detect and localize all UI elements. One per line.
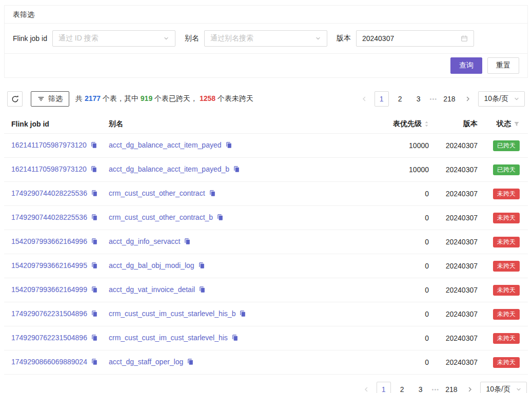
version-cell: 20240307 [433,134,482,158]
version-value: 20240307 [362,34,394,43]
column-label: Flink job id [11,120,49,128]
pagination-ellipsis[interactable]: ••• [430,91,438,107]
alias-link[interactable]: crm_cust_cust_im_cust_starlevel_his [109,334,228,342]
reset-button[interactable]: 重置 [487,57,519,74]
job-id-link[interactable]: 1542097993662164999 [11,285,87,294]
status-cell: 未跨天 [482,182,528,206]
job-id-link[interactable]: 1749290866069889024 [11,358,87,366]
crossed-count: 919 [141,94,152,102]
pagination-page-3[interactable]: 3 [411,91,426,107]
status-badge: 未跨天 [493,189,520,199]
priority-cell: 0 [356,254,433,278]
copy-icon[interactable] [91,261,98,272]
copy-icon[interactable] [91,358,98,368]
flink-job-id-placeholder: 通过 ID 搜索 [58,34,98,43]
alias-link[interactable]: acct_dg_vat_invoice_detail [109,285,195,294]
column-header-priority[interactable]: 表优先级 [356,115,433,134]
copy-icon[interactable] [91,237,98,247]
status-cell: 未跨天 [482,326,528,350]
copy-icon[interactable] [198,261,205,272]
copy-icon[interactable] [231,334,239,344]
sorter-icon[interactable] [424,120,429,128]
pagination-prev-button[interactable] [360,382,372,393]
copy-icon[interactable] [91,309,98,320]
job-id-link[interactable]: 1542097993662164996 [11,237,87,245]
job-id-link[interactable]: 1542097993662164995 [11,261,87,270]
page-size-select[interactable]: 10条/页 [480,382,527,393]
pagination-page-1[interactable]: 1 [377,382,391,393]
version-datepicker[interactable]: 20240307 [356,30,474,47]
alias-select[interactable]: 通过别名搜索 [204,30,327,47]
copy-icon[interactable] [216,213,224,223]
pagination-page-2[interactable]: 2 [395,382,409,393]
alias-link[interactable]: acct_dg_balance_acct_item_payed_b [109,165,229,173]
copy-icon[interactable] [225,141,232,151]
job-id-link[interactable]: 1621411705987973120 [11,165,87,173]
summary-text: 个表已跨天， [152,94,200,102]
pagination-prev-button[interactable] [358,91,370,107]
pagination-ellipsis[interactable]: ••• [432,382,440,393]
job-id-link[interactable]: 1749290762231504896 [11,309,87,318]
pagination-page-2[interactable]: 2 [393,91,407,107]
copy-icon[interactable] [91,334,98,344]
flink-job-id-select[interactable]: 通过 ID 搜索 [52,30,175,47]
alias-cell: acct_dg_vat_invoice_detail [105,278,356,302]
copy-icon[interactable] [90,165,97,175]
version-cell: 20240307 [433,230,482,254]
version-cell: 20240307 [433,302,482,326]
job-id-link[interactable]: 1749290744028225536 [11,213,87,221]
summary-text: 共 [75,94,85,102]
job-id-link[interactable]: 1749290762231504896 [11,334,87,342]
status-badge: 未跨天 [493,357,520,368]
alias-link[interactable]: acct_dg_staff_oper_log [109,358,183,366]
status-badge: 已跨天 [493,164,520,175]
job-id-link[interactable]: 1621411705987973120 [11,141,87,149]
query-button[interactable]: 查询 [450,57,482,74]
chevron-down-icon [516,386,522,392]
pagination-page-last[interactable]: 218 [443,382,459,393]
pagination-page-3[interactable]: 3 [413,382,428,393]
copy-icon[interactable] [91,189,98,199]
pagination-page-1[interactable]: 1 [375,91,389,107]
alias-link[interactable]: crm_cust_cust_other_contract [109,189,205,197]
pagination-next-button[interactable] [464,382,476,393]
filter-row: Flink job id 通过 ID 搜索 别名 通过别名搜索 版本 20240… [5,24,527,54]
priority-cell: 0 [356,302,433,326]
filter-item-version: 版本 20240307 [337,30,474,47]
job-id-link[interactable]: 1749290744028225536 [11,189,87,197]
toolbar: 筛选 共 2177 个表，其中 919 个表已跨天， 1258 个表未跨天 12… [4,91,528,107]
copy-icon[interactable] [233,165,240,175]
page-size-select[interactable]: 10条/页 [478,91,525,107]
status-cell: 未跨天 [482,230,528,254]
filter-toggle-button[interactable]: 筛选 [31,91,69,107]
filter-item-flink-job-id: Flink job id 通过 ID 搜索 [13,30,175,47]
copy-icon[interactable] [239,309,246,320]
alias-link[interactable]: acct_dg_bal_obj_modi_log [109,261,194,270]
alias-link[interactable]: crm_cust_cust_other_contract_b [109,213,213,221]
copy-icon[interactable] [209,189,216,199]
alias-link[interactable]: acct_dg_info_servacct [109,237,180,245]
alias-link[interactable]: acct_dg_balance_acct_item_payed [109,141,222,149]
priority-cell: 10000 [356,158,433,182]
filter-funnel-icon[interactable] [514,121,520,127]
pagination-next-button[interactable] [462,91,474,107]
job-id-cell: 1621411705987973120 [4,134,105,158]
column-label: 版本 [463,119,478,128]
refresh-button[interactable] [7,91,23,107]
copy-icon[interactable] [199,285,206,296]
job-id-cell: 1749290866069889024 [4,350,105,375]
alias-link[interactable]: crm_cust_cust_im_cust_starlevel_his_b [109,309,235,318]
version-cell: 20240307 [433,278,482,302]
table-row: 1749290744028225536crm_cust_cust_other_c… [4,182,528,206]
copy-icon[interactable] [91,285,98,296]
copy-icon[interactable] [187,358,194,368]
copy-icon[interactable] [90,141,97,151]
page-size-label: 10条/页 [486,385,510,393]
table-row: 1749290762231504896crm_cust_cust_im_cust… [4,302,528,326]
alias-cell: crm_cust_cust_im_cust_starlevel_his [105,326,356,350]
priority-cell: 0 [356,350,433,375]
copy-icon[interactable] [91,213,98,223]
pagination-page-last[interactable]: 218 [441,91,457,107]
copy-icon[interactable] [184,237,191,247]
table-row: 1542097993662164999acct_dg_vat_invoice_d… [4,278,528,302]
